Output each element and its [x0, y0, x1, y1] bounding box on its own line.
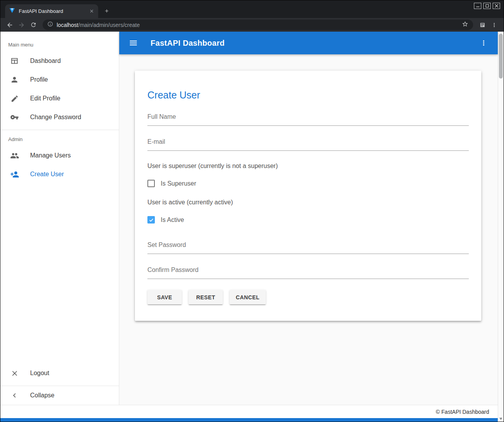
set-password-field[interactable]: Set Password	[147, 241, 469, 254]
is-active-label: Is Active	[161, 216, 184, 224]
reset-button[interactable]: RESET	[188, 290, 223, 304]
browser-titlebar: FastAPI Dashboard	[0, 0, 504, 18]
sidebar-item-label: Logout	[30, 370, 49, 377]
maximize-button[interactable]	[483, 3, 491, 9]
back-button[interactable]	[4, 20, 15, 30]
is-superuser-row: Is Superuser	[147, 180, 469, 187]
url-text: localhost/main/admin/users/create	[57, 22, 458, 28]
sidebar-item-logout[interactable]: Logout	[0, 364, 119, 383]
is-superuser-checkbox[interactable]	[147, 180, 155, 187]
footer-accent-bar	[0, 418, 498, 422]
tab-close-button[interactable]	[88, 8, 95, 15]
address-bar[interactable]: localhost/main/admin/users/create	[43, 20, 473, 30]
person-icon	[10, 75, 19, 84]
sidebar-item-label: Collapse	[30, 392, 54, 399]
new-tab-button[interactable]	[101, 5, 112, 16]
sidebar-item-label: Change Password	[30, 114, 81, 121]
is-active-row: Is Active	[147, 216, 469, 224]
browser-tab[interactable]: FastAPI Dashboard	[5, 4, 98, 18]
sidebar-item-change-password[interactable]: Change Password	[0, 108, 119, 127]
form-buttons: SAVE RESET CANCEL	[147, 290, 469, 304]
sidebar-item-label: Create User	[30, 171, 64, 178]
sidebar-item-label: Manage Users	[30, 152, 71, 159]
active-hint: User is active (currently active)	[147, 199, 469, 206]
extensions-icon[interactable]	[477, 20, 488, 30]
favicon-icon	[9, 7, 15, 15]
sidebar-item-dashboard[interactable]: Dashboard	[0, 52, 119, 70]
sidebar-collapse-button[interactable]: Collapse	[0, 386, 119, 405]
scrollbar[interactable]	[498, 32, 504, 422]
full-name-label: Full Name	[147, 113, 469, 126]
window-controls	[474, 3, 500, 9]
bookmark-star-icon[interactable]	[462, 21, 468, 29]
forward-button[interactable]	[16, 20, 27, 30]
people-icon	[10, 151, 19, 160]
copyright-text: © FastAPI Dashboard	[436, 409, 489, 415]
key-icon	[10, 113, 19, 122]
page-info-icon[interactable]	[47, 21, 53, 29]
email-label: E-mail	[147, 138, 469, 151]
page-viewport: Main menu Dashboard Profile	[0, 32, 504, 422]
confirm-password-field[interactable]: Confirm Password	[147, 266, 469, 279]
sidebar-item-label: Dashboard	[30, 57, 61, 64]
sidebar-item-create-user[interactable]: Create User	[0, 165, 119, 184]
is-superuser-label: Is Superuser	[161, 180, 196, 187]
sidebar-section-main: Main menu	[0, 36, 119, 52]
save-button[interactable]: SAVE	[147, 290, 182, 304]
sidebar-item-label: Profile	[30, 76, 48, 83]
superuser-hint: User is superuser (currently is not a su…	[147, 163, 469, 170]
is-active-checkbox[interactable]	[147, 216, 155, 224]
page-title: Create User	[147, 89, 469, 101]
chevron-left-icon	[10, 391, 19, 400]
hamburger-menu-icon[interactable]	[128, 38, 139, 48]
app-bar: FastAPI Dashboard	[119, 32, 498, 54]
appbar-title: FastAPI Dashboard	[151, 39, 225, 48]
browser-window: FastAPI Dashboard	[0, 0, 504, 422]
close-button[interactable]	[493, 3, 500, 9]
reload-button[interactable]	[28, 20, 39, 30]
sidebar-section-admin: Admin	[0, 130, 119, 146]
confirm-password-label: Confirm Password	[147, 266, 469, 279]
cancel-button[interactable]: CANCEL	[230, 290, 266, 304]
set-password-label: Set Password	[147, 241, 469, 254]
scrollbar-down-arrow[interactable]	[499, 418, 502, 420]
sidebar: Main menu Dashboard Profile	[0, 32, 119, 405]
page-body: Create User Full Name E-mail User is sup…	[119, 54, 498, 405]
browser-menu-icon[interactable]	[489, 20, 500, 30]
sidebar-item-manage-users[interactable]: Manage Users	[0, 146, 119, 165]
main-content: FastAPI Dashboard Create User Full Name	[119, 32, 498, 405]
sidebar-item-profile[interactable]: Profile	[0, 70, 119, 89]
person-add-icon	[10, 170, 19, 179]
logout-x-icon	[10, 368, 19, 378]
sidebar-item-edit-profile[interactable]: Edit Profile	[0, 89, 119, 108]
email-field[interactable]: E-mail	[147, 138, 469, 151]
pencil-icon	[10, 94, 19, 103]
tab-title: FastAPI Dashboard	[19, 8, 88, 14]
create-user-card: Create User Full Name E-mail User is sup…	[135, 71, 481, 321]
minimize-button[interactable]	[474, 3, 481, 9]
full-name-field[interactable]: Full Name	[147, 113, 469, 126]
sidebar-item-label: Edit Profile	[30, 95, 60, 102]
footer: © FastAPI Dashboard	[0, 405, 498, 418]
scrollbar-thumb[interactable]	[499, 34, 503, 79]
overflow-menu-icon[interactable]	[478, 38, 489, 48]
dashboard-icon	[10, 56, 19, 66]
browser-toolbar: localhost/main/admin/users/create	[0, 18, 504, 32]
